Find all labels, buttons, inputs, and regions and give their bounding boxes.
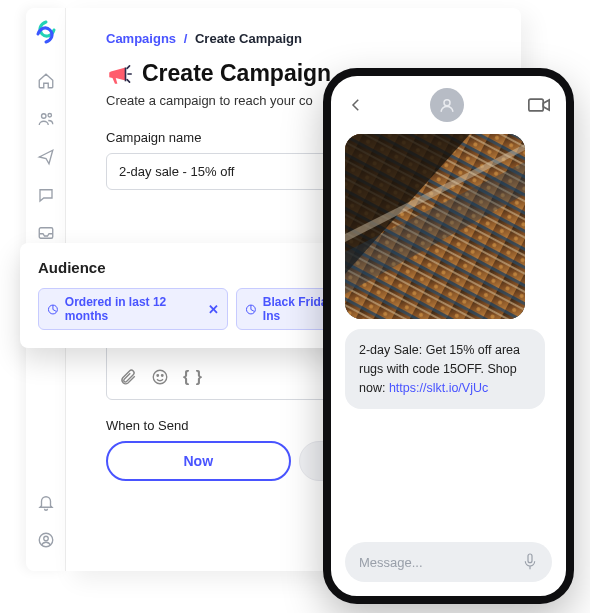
bell-icon[interactable] xyxy=(37,493,55,511)
svg-rect-17 xyxy=(528,554,532,563)
page-title: Create Campaign xyxy=(142,60,331,87)
bubble-link[interactable]: https://slkt.io/VjUc xyxy=(389,381,488,395)
account-icon[interactable] xyxy=(37,531,55,549)
message-bubble: 2-day Sale: Get 15% off area rugs with c… xyxy=(345,329,545,409)
breadcrumb-root[interactable]: Campaigns xyxy=(106,31,176,46)
phone-preview: 2-day Sale: Get 15% off area rugs with c… xyxy=(323,68,574,604)
video-icon[interactable] xyxy=(528,97,550,113)
audience-chip[interactable]: Ordered in last 12 months ✕ xyxy=(38,288,228,330)
logo xyxy=(34,20,58,44)
segment-icon xyxy=(245,303,257,316)
svg-point-0 xyxy=(41,114,46,119)
phone-header xyxy=(331,76,566,134)
svg-point-7 xyxy=(162,375,164,377)
remove-chip-icon[interactable]: ✕ xyxy=(208,302,219,317)
inbox-icon[interactable] xyxy=(37,224,55,242)
send-icon[interactable] xyxy=(37,148,55,166)
send-now-button[interactable]: Now xyxy=(106,441,291,481)
svg-point-1 xyxy=(48,114,51,117)
segment-icon xyxy=(47,303,59,316)
megaphone-icon xyxy=(106,61,132,87)
breadcrumb: Campaigns / Create Campaign xyxy=(106,31,481,46)
emoji-icon[interactable] xyxy=(151,368,169,389)
svg-point-5 xyxy=(153,370,167,384)
breadcrumb-sep: / xyxy=(184,31,188,46)
svg-point-6 xyxy=(157,375,159,377)
phone-input[interactable]: Message... xyxy=(345,542,552,582)
audience-chip-label: Ordered in last 12 months xyxy=(65,295,200,323)
back-icon[interactable] xyxy=(347,96,365,114)
svg-rect-2 xyxy=(39,228,53,239)
avatar[interactable] xyxy=(430,88,464,122)
message-toolbar: { } xyxy=(119,368,203,389)
chat-icon[interactable] xyxy=(37,186,55,204)
phone-input-placeholder: Message... xyxy=(359,555,423,570)
svg-point-10 xyxy=(444,100,450,106)
breadcrumb-leaf: Create Campaign xyxy=(195,31,302,46)
attach-icon[interactable] xyxy=(119,368,137,389)
svg-rect-11 xyxy=(529,99,543,111)
braces-icon[interactable]: { } xyxy=(183,368,203,389)
users-icon[interactable] xyxy=(37,110,55,128)
svg-point-4 xyxy=(43,536,48,541)
mic-icon[interactable] xyxy=(522,552,538,572)
message-image xyxy=(345,134,525,319)
home-icon[interactable] xyxy=(37,72,55,90)
